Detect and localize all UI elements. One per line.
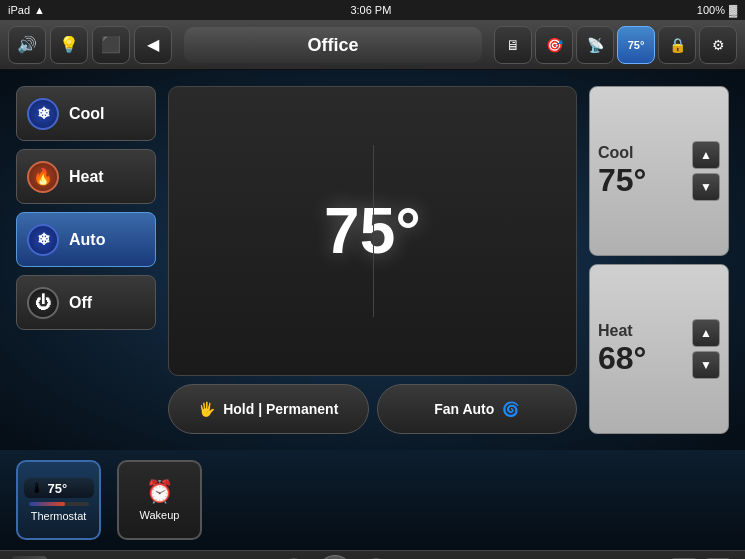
current-temp: 75°: [324, 194, 421, 268]
heat-down-button[interactable]: ▼: [692, 351, 720, 379]
setpoint-panel: Cool 75° ▲ ▼ Heat 68° ▲ ▼: [589, 86, 729, 434]
thermostat-widget[interactable]: 🌡 75° Thermostat: [16, 460, 101, 540]
wakeup-icon: ⏰: [146, 479, 173, 505]
auto-mode-button[interactable]: ❄ Auto: [16, 212, 156, 267]
lock-button[interactable]: 🔒: [658, 26, 696, 64]
widget-bar: 🌡 75° Thermostat ⏰ Wakeup: [0, 450, 745, 550]
fan-label: Fan Auto: [434, 401, 494, 417]
pause-button[interactable]: ⏸: [317, 555, 353, 559]
mode-panel: ❄ Cool 🔥 Heat ❄ Auto ⏻ Off: [16, 86, 156, 434]
cool-setpoint-arrows: ▲ ▼: [692, 141, 720, 201]
status-bar: iPad ▲ 3:06 PM 100% ▓: [0, 0, 745, 20]
heat-setpoint-info: Heat 68°: [598, 322, 646, 377]
heat-icon: 🔥: [27, 161, 59, 193]
hold-icon: 🖐: [198, 401, 215, 417]
widget-temp-fill: [29, 502, 65, 506]
heat-setpoint-arrows: ▲ ▼: [692, 319, 720, 379]
camera-button[interactable]: 🎯: [535, 26, 573, 64]
cool-label: Cool: [69, 105, 105, 123]
wakeup-widget[interactable]: ⏰ Wakeup: [117, 460, 202, 540]
heat-label: Heat: [69, 168, 104, 186]
temperature-display: 75°: [168, 86, 577, 376]
widget-temp-value: 75°: [48, 481, 68, 496]
battery-icon: ▓: [729, 4, 737, 16]
device-label: iPad: [8, 4, 30, 16]
lighting-button[interactable]: 💡: [50, 26, 88, 64]
wifi-icon: ▲: [34, 4, 45, 16]
widget-temp-bar: [29, 502, 89, 506]
transport-controls: ⏮ ⏸ ⏭: [183, 555, 488, 559]
heat-setpoint-temp: 68°: [598, 340, 646, 377]
widget-temp-display: 🌡 75°: [24, 478, 94, 498]
cool-down-button[interactable]: ▼: [692, 173, 720, 201]
heat-mode-button[interactable]: 🔥 Heat: [16, 149, 156, 204]
bottom-controls: 🖐 Hold | Permanent Fan Auto 🌀: [168, 384, 577, 434]
wakeup-widget-label: Wakeup: [140, 509, 180, 521]
auto-label: Auto: [69, 231, 105, 249]
battery-label: 100%: [697, 4, 725, 16]
bottom-bar: 🎵 Blue Train John Coltrane ⏮ ⏸ ⏭ 🔇 − Vol…: [0, 550, 745, 559]
heat-up-button[interactable]: ▲: [692, 319, 720, 347]
cool-setpoint-temp: 75°: [598, 162, 646, 199]
cool-setpoint-card: Cool 75° ▲ ▼: [589, 86, 729, 256]
hold-label: Hold | Permanent: [223, 401, 338, 417]
display-button[interactable]: 🖥: [494, 26, 532, 64]
fan-button[interactable]: Fan Auto 🌀: [377, 384, 578, 434]
temp-button[interactable]: 75°: [617, 26, 655, 64]
settings-button[interactable]: ⚙: [699, 26, 737, 64]
center-display: 75° 🖐 Hold | Permanent Fan Auto 🌀: [168, 86, 577, 434]
heat-setpoint-card: Heat 68° ▲ ▼: [589, 264, 729, 434]
heat-setpoint-label: Heat: [598, 322, 633, 340]
security-button[interactable]: ⬛: [92, 26, 130, 64]
cool-setpoint-info: Cool 75°: [598, 144, 646, 199]
audio-button[interactable]: 🔊: [8, 26, 46, 64]
thermostat-widget-label: Thermostat: [31, 510, 87, 522]
cool-setpoint-label: Cool: [598, 144, 634, 162]
main-content: ❄ Cool 🔥 Heat ❄ Auto ⏻ Off 75° 🖐 Hold | …: [0, 70, 745, 450]
back-button[interactable]: ◀: [134, 26, 172, 64]
fan-icon: 🌀: [502, 401, 519, 417]
cool-mode-button[interactable]: ❄ Cool: [16, 86, 156, 141]
page-title: Office: [184, 27, 482, 63]
off-label: Off: [69, 294, 92, 312]
cool-icon: ❄: [27, 98, 59, 130]
time-display: 3:06 PM: [350, 4, 391, 16]
off-icon: ⏻: [27, 287, 59, 319]
cool-up-button[interactable]: ▲: [692, 141, 720, 169]
album-art: 🎵: [12, 556, 47, 560]
hold-button[interactable]: 🖐 Hold | Permanent: [168, 384, 369, 434]
nav-bar: 🔊 💡 ⬛ ◀ Office 🖥 🎯 📡 75° 🔒 ⚙: [0, 20, 745, 70]
signal-button[interactable]: 📡: [576, 26, 614, 64]
auto-icon: ❄: [27, 224, 59, 256]
off-mode-button[interactable]: ⏻ Off: [16, 275, 156, 330]
